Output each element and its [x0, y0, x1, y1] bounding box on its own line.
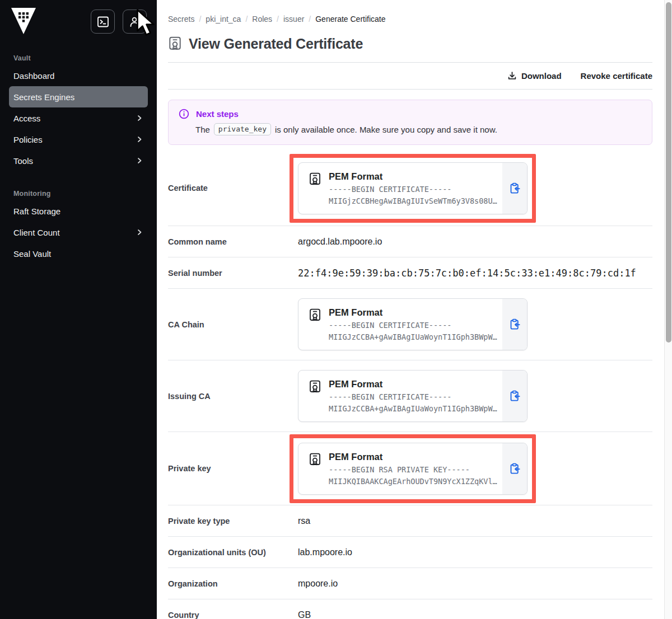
copy-button[interactable] — [502, 299, 527, 350]
breadcrumb-pki-int-ca[interactable]: pki_int_ca — [206, 15, 241, 24]
row-certificate: Certificate — [168, 151, 652, 226]
user-menu-button[interactable] — [123, 10, 147, 34]
copy-button[interactable] — [502, 163, 527, 214]
pem-card-certificate: PEM Format -----BEGIN CERTIFICATE----- M… — [298, 162, 528, 214]
sidebar-section-monitoring: Monitoring — [0, 188, 157, 199]
sidebar-header — [0, 0, 157, 43]
terminal-icon — [96, 15, 110, 29]
sidebar-item-policies[interactable]: Policies — [0, 129, 157, 150]
breadcrumb-current: Generate Certificate — [315, 15, 385, 24]
country-value: GB — [298, 610, 311, 619]
page-title: View Generated Certificate — [189, 36, 363, 52]
certificate-icon — [309, 172, 321, 186]
sidebar-item-secrets-engines[interactable]: Secrets Engines — [9, 86, 148, 107]
row-issuing-ca: Issuing CA PEM Format — [168, 360, 652, 432]
download-button[interactable]: Download — [507, 71, 562, 81]
private-key-chip: private_key — [214, 123, 271, 135]
sidebar-item-seal-vault[interactable]: Seal Vault — [0, 243, 157, 264]
certificate-icon — [168, 36, 182, 51]
terminal-button[interactable] — [91, 10, 115, 34]
scrollbar-thumb[interactable] — [666, 2, 671, 343]
chevron-right-icon — [136, 135, 143, 143]
sidebar-item-dashboard[interactable]: Dashboard — [0, 65, 157, 86]
sidebar-item-access[interactable]: Access — [0, 107, 157, 129]
certificate-details: Certificate — [168, 151, 652, 619]
toolbar: Download Revoke certificate — [168, 62, 652, 90]
pem-card-ca-chain: PEM Format -----BEGIN CERTIFICATE----- M… — [298, 298, 528, 350]
vault-logo-icon[interactable] — [11, 8, 36, 35]
main-content: Secrets / pki_int_ca / Roles / issuer / … — [157, 0, 672, 619]
pem-card-private-key: PEM Format -----BEGIN RSA PRIVATE KEY---… — [298, 443, 528, 495]
alert-body: The private_key is only available once. … — [195, 123, 642, 135]
copy-clipboard-icon — [509, 318, 521, 330]
chevron-right-icon — [136, 157, 143, 165]
pem-card-issuing-ca: PEM Format -----BEGIN CERTIFICATE----- M… — [298, 370, 528, 422]
revoke-certificate-button[interactable]: Revoke certificate — [581, 71, 652, 81]
sidebar-item-client-count[interactable]: Client Count — [0, 222, 157, 243]
row-private-key-type: Private key type rsa — [168, 505, 652, 537]
organizational-units-value: lab.mpoore.io — [298, 547, 352, 557]
copy-clipboard-icon — [509, 390, 521, 402]
serial-number-value: 22:f4:9e:59:39:ba:cb:75:7c:b0:ef:14:5c:3… — [298, 268, 636, 279]
row-common-name: Common name argocd.lab.mpoore.io — [168, 226, 652, 257]
download-icon — [507, 71, 517, 81]
chevron-right-icon — [136, 114, 143, 122]
sidebar-item-raft-storage[interactable]: Raft Storage — [0, 200, 157, 222]
next-steps-alert: Next steps The private_key is only avail… — [168, 100, 652, 145]
chevron-right-icon — [136, 228, 143, 236]
sidebar-section-vault: Vault — [0, 53, 157, 64]
copy-button[interactable] — [502, 443, 527, 494]
breadcrumb-secrets[interactable]: Secrets — [168, 15, 194, 24]
copy-clipboard-icon — [509, 463, 521, 475]
alert-title: Next steps — [196, 109, 239, 119]
annotation-highlight-box: PEM Format -----BEGIN RSA PRIVATE KEY---… — [290, 434, 536, 503]
breadcrumb-issuer[interactable]: issuer — [283, 15, 304, 24]
private-key-type-value: rsa — [298, 516, 310, 526]
row-ca-chain: CA Chain PEM Format — [168, 289, 652, 360]
copy-button[interactable] — [502, 371, 527, 421]
vault-app-window: Vault Dashboard Secrets Engines Access P… — [0, 0, 672, 619]
sidebar-item-tools[interactable]: Tools — [0, 150, 157, 171]
breadcrumb: Secrets / pki_int_ca / Roles / issuer / … — [168, 15, 652, 24]
row-private-key: Private key — [168, 432, 652, 505]
annotation-highlight-box: PEM Format -----BEGIN CERTIFICATE----- M… — [290, 154, 536, 223]
certificate-icon — [309, 380, 321, 394]
breadcrumb-roles[interactable]: Roles — [252, 15, 272, 24]
certificate-icon — [309, 453, 321, 467]
row-country: Country GB — [168, 599, 652, 619]
certificate-icon — [309, 308, 321, 322]
common-name-value: argocd.lab.mpoore.io — [298, 237, 382, 247]
sidebar: Vault Dashboard Secrets Engines Access P… — [0, 0, 157, 619]
row-serial-number: Serial number 22:f4:9e:59:39:ba:cb:75:7c… — [168, 257, 652, 289]
organization-value: mpoore.io — [298, 579, 338, 589]
scrollbar-track[interactable] — [664, 0, 672, 619]
info-icon — [179, 109, 189, 119]
row-organizational-units: Organizational units (OU) lab.mpoore.io — [168, 537, 652, 568]
person-icon — [128, 15, 142, 29]
row-organization: Organization mpoore.io — [168, 568, 652, 599]
copy-clipboard-icon — [509, 182, 521, 194]
